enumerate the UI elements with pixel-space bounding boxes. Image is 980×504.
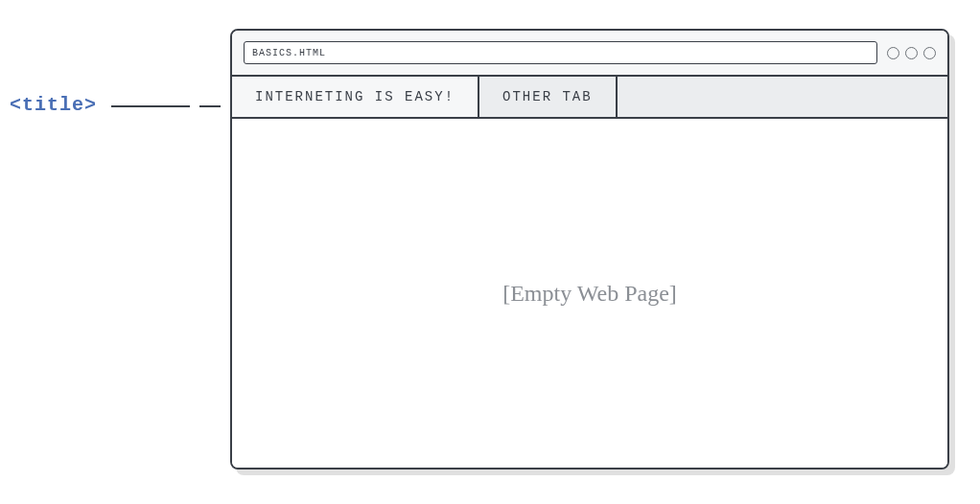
annotation-leader-line [111,105,190,107]
empty-page-placeholder: [Empty Web Page] [502,281,677,307]
browser-window: BASICS.HTML INTERNETING IS EASY! OTHER T… [230,29,949,470]
url-bar[interactable]: BASICS.HTML [244,41,877,64]
annotation-title-tag: <title> [10,94,97,116]
tab-label: INTERNETING IS EASY! [255,89,455,104]
browser-viewport: [Empty Web Page] [232,119,947,468]
tab-strip: INTERNETING IS EASY! OTHER TAB [232,77,947,119]
window-control-circle-icon[interactable] [905,47,918,59]
annotation-leader-line [199,105,221,107]
window-controls [887,47,936,59]
tab-label: OTHER TAB [502,89,593,104]
tab-other[interactable]: OTHER TAB [479,77,618,117]
browser-chrome-top: BASICS.HTML [232,31,947,77]
tab-active[interactable]: INTERNETING IS EASY! [232,77,479,117]
window-control-circle-icon[interactable] [923,47,936,59]
window-control-circle-icon[interactable] [887,47,899,59]
